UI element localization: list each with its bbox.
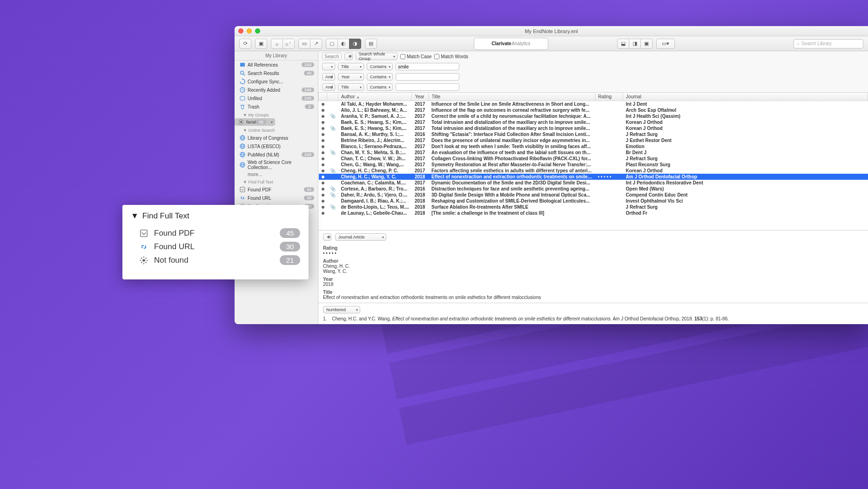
search-input[interactable] — [322, 53, 342, 60]
sidebar-item-all-references[interactable]: All References249 — [235, 61, 318, 69]
clock-icon — [239, 87, 246, 93]
sidebar-item-library-of-congress[interactable]: Library of Congress — [235, 134, 318, 142]
column-header[interactable]: Title — [429, 93, 595, 101]
sidebar-item-search-results[interactable]: Search Results48 — [235, 69, 318, 77]
attachment-icon: 📎 — [330, 114, 336, 119]
reference-type-select[interactable]: Journal Article — [335, 233, 386, 241]
search-cond-select[interactable]: Contains — [367, 83, 393, 91]
table-row[interactable]: 📎 Baek, E. S.; Hwang, S.; Kim,... 2017 T… — [319, 125, 868, 131]
table-row[interactable]: Chan, T. C.; Chow, V. W.; Jh... 2017 Col… — [319, 156, 868, 162]
content-area: ✲ Search Whole Group Match Case Match Wo… — [318, 51, 868, 324]
sidebar-item-facial[interactable]: facial95 — [235, 118, 275, 126]
cell-journal: J Refract Surg — [623, 131, 868, 137]
cell-journal: Korean J Orthod — [623, 168, 868, 174]
cell-author: de Launay, L.; Gebeile-Chau... — [338, 210, 412, 216]
column-header[interactable]: Year — [412, 93, 429, 101]
sidebar-item-web-of-science-core-collection-[interactable]: Web of Science Core Collection... — [235, 159, 318, 171]
table-row[interactable]: 📎 Aranha, V. P.; Samuel, A. J.;... 2017 … — [319, 113, 868, 119]
sidebar-more[interactable]: more... — [235, 171, 318, 178]
integrated-mode-button[interactable]: ◑ — [349, 39, 361, 49]
table-row[interactable]: de Launay, L.; Gebeile-Chau... 2018 [The… — [319, 210, 868, 216]
cell-author: Aranha, V. P.; Samuel, A. J.;... — [338, 113, 412, 119]
sidebar-item-pubmed-nlm-[interactable]: PubMed (NLM)248 — [235, 150, 318, 159]
sidebar-item-recently-added[interactable]: Recently Added249 — [235, 86, 318, 94]
new-ref-button[interactable]: ▭ — [298, 39, 310, 49]
search-op-select[interactable] — [322, 63, 335, 70]
search-op-select[interactable]: And — [322, 83, 335, 91]
online-button[interactable]: ◐ — [337, 39, 350, 49]
table-row[interactable]: 📎 de Benito-Llopis, L.; Teus, M.... 2018… — [319, 204, 868, 210]
layout-right-button[interactable]: ◨ — [629, 39, 641, 49]
search-library-input[interactable]: ⌕ Search Library — [794, 39, 863, 48]
search-value-input[interactable] — [396, 63, 459, 70]
table-row[interactable]: Alio, J. L.; El Bahrawy, M.; A... 2017 I… — [319, 107, 868, 113]
search-op-select[interactable]: And — [322, 73, 335, 81]
search-value-input[interactable] — [396, 83, 459, 91]
column-header[interactable] — [327, 93, 338, 101]
search-field-select[interactable]: Title — [338, 63, 364, 70]
svg-rect-29 — [240, 187, 245, 192]
folder-button[interactable]: ▢ — [326, 39, 338, 49]
search-field-select[interactable]: Year — [338, 73, 364, 81]
column-header[interactable]: Rating — [595, 93, 623, 101]
search-settings-menu[interactable]: ✲ — [344, 53, 353, 60]
match-words-checkbox[interactable]: Match Words — [434, 54, 468, 59]
sidebar-item-trash[interactable]: Trash2 — [235, 102, 318, 111]
column-header[interactable] — [319, 93, 327, 101]
callout-item-found-url[interactable]: Found URL30 — [131, 240, 300, 253]
sidebar-item-lista-ebsco-[interactable]: LISTA (EBSCO) — [235, 142, 318, 150]
table-row[interactable]: Cheng, H. C.; Wang, Y. C. 2018 Effect of… — [319, 174, 868, 180]
table-row[interactable]: Chen, G.; Wang, W.; Wang,... 2017 Symmet… — [319, 162, 868, 168]
sidebar-item-configure-sync-[interactable]: Configure Sync... — [235, 77, 318, 86]
search-value-input[interactable] — [396, 73, 459, 81]
table-row[interactable]: 📎 Chan, M. Y. S.; Mehta, S. B.;... 2017 … — [319, 149, 868, 156]
search-scope-select[interactable]: Search Whole Group — [356, 53, 397, 60]
help-button[interactable]: ▤ — [365, 39, 377, 49]
panel-button[interactable]: ▭▾ — [656, 39, 675, 49]
sidebar-item-label: facial — [246, 120, 256, 124]
search-field-select[interactable]: Title — [338, 83, 364, 91]
sync-button[interactable]: ⟳ — [239, 39, 251, 49]
cell-title: [The smile: a challenge in the treatment… — [429, 210, 595, 216]
brand-button[interactable]: ClarivateAnalytics — [474, 38, 548, 50]
cell-year: 2017 — [412, 107, 429, 113]
cell-rating — [595, 156, 623, 162]
table-row[interactable]: 📎 Cortese, A.; Barbaro, R.; Tro... 2016 … — [319, 186, 868, 192]
callout-item-found-pdf[interactable]: Found PDF45 — [131, 226, 300, 240]
citation-style-select[interactable]: Numbered — [323, 306, 360, 313]
callout-item-not-found[interactable]: Not found21 — [131, 253, 300, 267]
search-cond-select[interactable]: Contains — [367, 63, 393, 70]
table-row[interactable]: Bansal, A. K.; Murthy, S. I.;... 2016 Sh… — [319, 131, 868, 137]
svg-point-8 — [240, 121, 242, 123]
table-row[interactable]: Betrine Ribeiro, J.; Alecrim... 2017 Doe… — [319, 137, 868, 143]
column-header[interactable]: Author ▲ — [338, 93, 412, 101]
find-fulltext-button[interactable]: ⌕⁺ — [283, 39, 295, 49]
table-row[interactable]: Damgaard, I. B.; Riau, A. K.;... 2018 Re… — [319, 198, 868, 204]
match-case-checkbox[interactable]: Match Case — [400, 54, 431, 59]
export-button[interactable]: ↗ — [310, 39, 322, 49]
table-row[interactable]: Coachman, C.; Calamita, M.... 2017 Dynam… — [319, 180, 868, 186]
cell-year: 2016 — [412, 186, 429, 192]
table-row[interactable]: Al Taki, A.; Hayder Mohamm... 2017 Influ… — [319, 101, 868, 108]
layout-off-button[interactable]: ▣ — [640, 39, 653, 49]
table-row[interactable]: Blanco, I.; Serrano-Pedraza,... 2017 Don… — [319, 143, 868, 149]
sidebar-item-found-pdf[interactable]: Found PDF44 — [235, 185, 318, 194]
column-header[interactable]: Journal — [623, 93, 868, 101]
rating-value[interactable]: • • • • • — [323, 251, 863, 256]
sidebar-item-unfiled[interactable]: Unfiled249 — [235, 94, 318, 102]
sync-icon — [239, 78, 246, 85]
sidebar-header: My Library — [235, 51, 318, 61]
reference-table[interactable]: Author ▲YearTitleRatingJournal Al Taki, … — [318, 93, 868, 230]
table-row[interactable]: 📎 Daher, R.; Ardu, S.; Vjero, O.... 2018… — [319, 192, 868, 198]
svg-line-48 — [146, 258, 147, 258]
sidebar-item-found-url[interactable]: Found URL30 — [235, 194, 318, 202]
layout-bottom-button[interactable]: ⬓ — [617, 39, 629, 49]
detail-settings-menu[interactable]: ✲ — [323, 233, 331, 241]
magnify-button[interactable]: ⌕ — [271, 39, 283, 49]
share-button[interactable]: ▣ — [255, 39, 267, 49]
svg-rect-39 — [141, 230, 147, 236]
search-cond-select[interactable]: Contains — [367, 73, 393, 81]
table-row[interactable]: 📎 Cheng, H. C.; Cheng, P. C. 2017 Factor… — [319, 168, 868, 174]
table-row[interactable]: Baek, E. S.; Hwang, S.; Kim,... 2017 Tot… — [319, 119, 868, 125]
cell-year: 2017 — [412, 162, 429, 168]
